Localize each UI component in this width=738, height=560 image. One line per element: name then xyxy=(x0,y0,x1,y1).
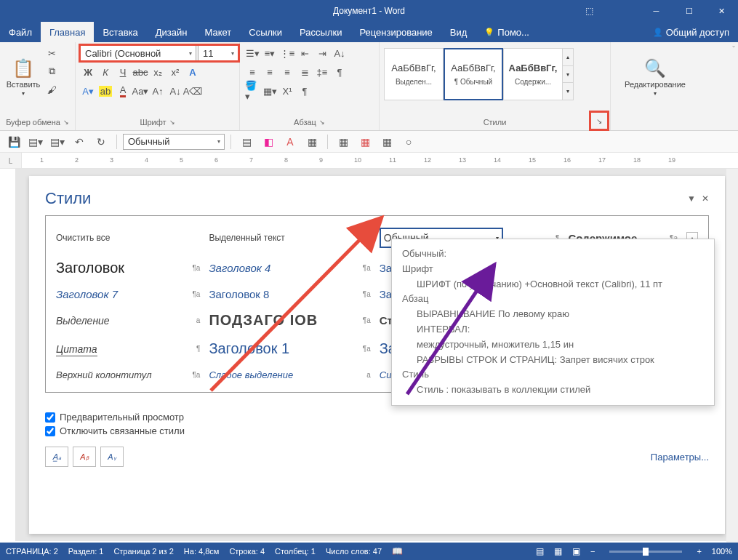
shrink-font-button[interactable]: A↓ xyxy=(167,83,183,99)
italic-button[interactable]: К xyxy=(97,64,113,80)
tab-review[interactable]: Рецензирование xyxy=(350,22,441,42)
qat-dropdown-2[interactable]: ▤▾ xyxy=(48,133,67,151)
decrease-indent-button[interactable]: ⇤ xyxy=(297,45,313,61)
style-heading7[interactable]: Заголовок 7 xyxy=(52,282,188,306)
qat-style-combo[interactable]: Обычный▾ xyxy=(123,134,225,150)
style-item-content[interactable]: АаБбВвГг, Содержи... xyxy=(503,48,563,100)
qat-btn-7[interactable]: ○ xyxy=(399,133,418,151)
change-case-button[interactable]: Aa▾ xyxy=(132,83,148,99)
check-preview[interactable]: Предварительный просмотр xyxy=(45,412,709,423)
gallery-down-icon[interactable]: ▾ xyxy=(563,66,573,84)
style-item-highlighted[interactable]: АаБбВвГг, Выделен... xyxy=(384,48,444,100)
qat-btn-6[interactable]: ▦ xyxy=(377,133,396,151)
paragraph-mark-button[interactable]: ¶ xyxy=(297,83,313,99)
shading-button[interactable]: 🪣▾ xyxy=(244,83,260,99)
increase-indent-button[interactable]: ⇥ xyxy=(314,45,330,61)
style-heading4[interactable]: Заголовок 4 xyxy=(204,254,358,282)
zoom-in-button[interactable]: + xyxy=(697,547,701,556)
tab-home[interactable]: Главная xyxy=(41,22,94,42)
sort-button[interactable]: A↓ xyxy=(332,45,348,61)
style-header[interactable]: Верхний колонтитул xyxy=(52,363,188,386)
show-paragraph-button[interactable]: ¶ xyxy=(332,64,348,80)
web-layout-icon[interactable]: ▣ xyxy=(572,546,580,556)
qat-btn-3[interactable]: ▦ xyxy=(302,133,321,151)
tab-view[interactable]: Вид xyxy=(441,22,476,42)
redo-button[interactable]: ↻ xyxy=(92,133,111,151)
borders-button[interactable]: ▦▾ xyxy=(262,83,278,99)
horizontal-ruler[interactable]: L 12345678910111213141516171819 xyxy=(0,153,738,169)
style-heading[interactable]: Заголовок xyxy=(52,254,188,282)
text-effects-button[interactable]: A xyxy=(185,64,201,80)
gallery-up-icon[interactable]: ▴ xyxy=(563,49,573,66)
numbering-button[interactable]: ≡▾ xyxy=(262,45,278,61)
font-size-combo[interactable]: 11▾ xyxy=(198,45,238,61)
check-preview-input[interactable] xyxy=(45,412,55,423)
align-center-button[interactable]: ≡ xyxy=(262,64,278,80)
style-heading8[interactable]: Заголовок 8 xyxy=(204,282,358,306)
tab-insert[interactable]: Вставка xyxy=(94,22,146,42)
style-emphasis[interactable]: Выделение xyxy=(52,306,188,335)
copy-button[interactable]: ⧉ xyxy=(44,63,60,79)
close-button[interactable]: ✕ xyxy=(705,0,738,22)
tab-tell-me[interactable]: Помо... xyxy=(476,22,538,42)
clipboard-launcher-icon[interactable]: ↘ xyxy=(63,119,69,126)
save-button[interactable]: 💾 xyxy=(4,133,23,151)
qat-dropdown-1[interactable]: ▤▾ xyxy=(26,133,45,151)
font-color-button[interactable]: A xyxy=(115,83,131,99)
read-mode-icon[interactable]: ▤ xyxy=(536,546,544,556)
grow-font-button[interactable]: A↑ xyxy=(150,83,166,99)
status-page-of[interactable]: Страница 2 из 2 xyxy=(113,547,173,556)
style-heading1[interactable]: Заголовок 1 xyxy=(204,335,358,363)
clear-formatting-button[interactable]: A⌫ xyxy=(185,83,201,99)
new-style-button[interactable]: A̲ₐ xyxy=(45,447,68,467)
check-disable-input[interactable] xyxy=(45,426,55,436)
styles-launcher-icon[interactable]: ↘ xyxy=(591,113,607,129)
underline-button[interactable]: Ч xyxy=(115,64,131,80)
qat-eraser-icon[interactable]: ◧ xyxy=(259,133,278,151)
bullets-button[interactable]: ☰▾ xyxy=(244,45,260,61)
bold-button[interactable]: Ж xyxy=(80,64,96,80)
style-gallery[interactable]: АаБбВвГг, Выделен... АаБбВвГг, ¶ Обычный… xyxy=(384,48,574,100)
zoom-slider[interactable] xyxy=(609,551,682,553)
style-clear-all[interactable]: Очистить все xyxy=(52,222,188,254)
vertical-scrollbar[interactable] xyxy=(726,169,738,543)
styles-options-link[interactable]: Параметры... xyxy=(651,452,709,463)
subscript-button[interactable]: x₂ xyxy=(150,64,166,80)
style-subtitle[interactable]: ПОДЗАГО ІОВ xyxy=(204,306,358,335)
paragraph-icon-button[interactable]: X¹ xyxy=(279,83,295,99)
zoom-out-button[interactable]: − xyxy=(590,547,595,556)
status-words[interactable]: Число слов: 47 xyxy=(326,547,382,556)
editing-button[interactable]: 🔍 Редактирование ▾ xyxy=(615,45,695,109)
status-page[interactable]: СТРАНИЦА: 2 xyxy=(6,547,58,556)
tab-mailings[interactable]: Рассылки xyxy=(291,22,350,42)
tab-layout[interactable]: Макет xyxy=(196,22,240,42)
print-layout-icon[interactable]: ▦ xyxy=(554,546,562,556)
multilevel-button[interactable]: ⋮≡ xyxy=(279,45,295,61)
tab-design[interactable]: Дизайн xyxy=(147,22,196,42)
share-button[interactable]: Общий доступ xyxy=(644,22,738,42)
style-quote[interactable]: Цитата xyxy=(52,335,188,363)
style-selected-text[interactable]: Выделенный текст xyxy=(204,222,358,254)
zoom-level[interactable]: 100% xyxy=(712,547,732,556)
check-disable-linked[interactable]: Отключить связанные стили xyxy=(45,425,709,436)
cut-button[interactable]: ✂ xyxy=(44,45,60,61)
tab-file[interactable]: Файл xyxy=(0,22,41,42)
style-subtle-emphasis[interactable]: Слабое выделение xyxy=(204,363,358,386)
collapse-ribbon-icon[interactable]: ˇ xyxy=(732,45,735,54)
spellcheck-icon[interactable]: 📖 xyxy=(392,546,403,556)
style-inspector-button[interactable]: Aᵦ xyxy=(73,447,96,467)
status-section[interactable]: Раздел: 1 xyxy=(68,547,104,556)
justify-button[interactable]: ≣ xyxy=(297,64,313,80)
gallery-more-icon[interactable]: ▾ xyxy=(563,83,573,100)
ruler-corner[interactable]: L xyxy=(0,153,22,169)
pane-close-icon[interactable]: ✕ xyxy=(702,193,709,204)
tab-references[interactable]: Ссылки xyxy=(240,22,291,42)
paragraph-launcher-icon[interactable]: ↘ xyxy=(319,119,325,126)
ribbon-display-options-icon[interactable]: ⬚ xyxy=(574,6,603,16)
status-at[interactable]: На: 4,8см xyxy=(184,547,220,556)
minimize-button[interactable]: ─ xyxy=(640,0,673,22)
manage-styles-button[interactable]: Aᵧ xyxy=(100,447,124,467)
line-spacing-button[interactable]: ‡≡ xyxy=(314,64,330,80)
status-column[interactable]: Столбец: 1 xyxy=(275,547,316,556)
highlight-button[interactable]: ab xyxy=(97,83,113,99)
